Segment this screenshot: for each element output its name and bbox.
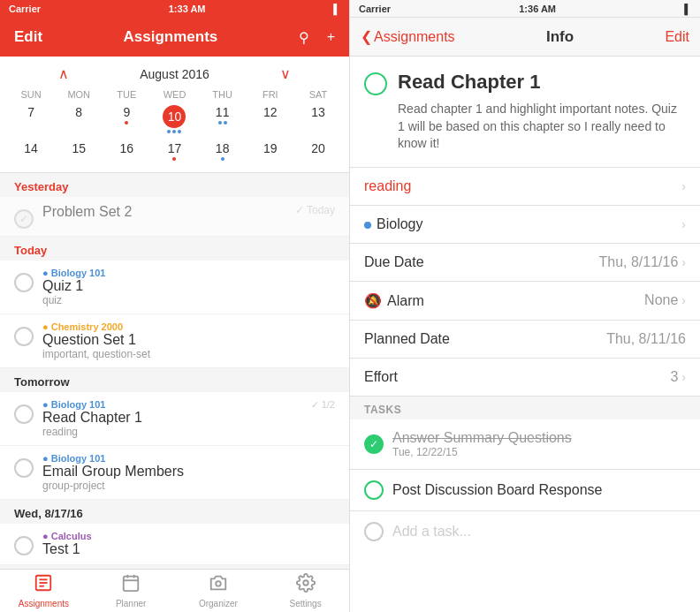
tab-planner[interactable]: Planner [88, 570, 175, 612]
assignment-problem-set-2[interactable]: ✓ Problem Set 2 ✓ Today [0, 197, 349, 237]
task-check-circle-1[interactable]: ✓ [364, 434, 384, 454]
info-title-text: Read Chapter 1 Read chapter 1 and highli… [398, 71, 686, 153]
assignment-title: Read Chapter 1 [398, 71, 686, 94]
tab-assignments-label: Assignments [19, 599, 69, 608]
cal-day-14[interactable]: 14 [7, 138, 55, 165]
assignment-content-read: ● Biology 101 Read Chapter 1 reading [42, 399, 302, 438]
add-task-row[interactable]: Add a task... [350, 511, 700, 552]
cal-day-8[interactable]: 8 [55, 102, 103, 138]
task-content-1: Answer Summary Questions Tue, 12/22/15 [392, 430, 572, 458]
info-edit-button[interactable]: Edit [665, 29, 689, 45]
cal-day-11[interactable]: 11 [199, 102, 247, 138]
assignment-name-email: Email Group Members [42, 464, 335, 480]
complete-button-question-set[interactable] [14, 327, 34, 346]
cal-day-10[interactable]: 10 [150, 102, 198, 138]
task-name-2: Post Discussion Board Response [392, 482, 602, 498]
carrier-label: Carrier [9, 4, 41, 14]
tab-settings-label: Settings [290, 599, 322, 608]
today-badge: ✓ Today [295, 204, 335, 216]
assignment-read-chapter[interactable]: ● Biology 101 Read Chapter 1 reading ✓ 1… [0, 392, 349, 446]
due-date-value: Thu, 8/11/16 › [598, 254, 686, 270]
task-post-discussion[interactable]: Post Discussion Board Response [350, 470, 700, 511]
assignment-test-1[interactable]: ● Calculus Test 1 [0, 524, 349, 565]
complete-button-problem-set-2[interactable]: ✓ [14, 209, 34, 229]
right-navbar: ❮ Assignments Info Edit [350, 18, 700, 57]
info-planned-date-row[interactable]: Planned Date Thu, 8/11/16 [350, 321, 700, 359]
back-button[interactable]: ❮ Assignments [361, 28, 455, 45]
next-month-button[interactable]: ∨ [280, 65, 291, 82]
assignment-content-quiz: ● Biology 101 Quiz 1 quiz [42, 268, 335, 306]
assignment-content-email: ● Biology 101 Email Group Members group-… [42, 453, 335, 492]
cal-day-7[interactable]: 7 [7, 102, 55, 138]
cal-day-13[interactable]: 13 [294, 102, 342, 138]
planned-date-value: Thu, 8/11/16 [606, 331, 686, 347]
task-check-icon-1: ✓ [369, 438, 378, 450]
complete-button-read-chapter[interactable] [14, 404, 34, 424]
prev-month-button[interactable]: ∧ [58, 65, 69, 82]
info-due-date-row[interactable]: Due Date Thu, 8/11/16 › [350, 244, 700, 282]
complete-button-email[interactable] [14, 458, 34, 478]
assignment-quiz-1[interactable]: ● Biology 101 Quiz 1 quiz [0, 261, 349, 314]
calendar: ∧ August 2016 ∨ SUN MON TUE WED THU FRI … [0, 57, 349, 173]
assignment-content: Problem Set 2 [42, 204, 286, 220]
assignment-content-test: ● Calculus Test 1 [42, 531, 335, 557]
calendar-month: August 2016 [140, 67, 209, 81]
calendar-header: ∧ August 2016 ∨ [0, 64, 349, 87]
cal-day-20[interactable]: 20 [294, 138, 342, 165]
assignment-description: Read chapter 1 and highlight important n… [398, 101, 686, 153]
info-subject-row[interactable]: Biology › [350, 206, 700, 244]
tab-settings[interactable]: Settings [262, 570, 349, 612]
cal-day-16[interactable]: 16 [103, 138, 150, 165]
nav-icons: ⚲ + [295, 26, 339, 49]
assignment-tag-biology: ● Biology 101 [42, 268, 335, 278]
right-status-bar: Carrier 1:36 AM ▌ [350, 0, 700, 18]
category-chevron-icon: › [681, 179, 686, 193]
add-button[interactable]: + [323, 26, 339, 49]
assignment-content-qs: ● Chemistry 2000 Question Set 1 importan… [42, 321, 335, 360]
task-content-2: Post Discussion Board Response [392, 482, 602, 498]
battery-label: ▌ [333, 4, 340, 14]
left-navbar: Edit Assignments ⚲ + [0, 18, 349, 57]
task-check-circle-2[interactable] [364, 480, 384, 500]
edit-button[interactable]: Edit [11, 25, 46, 49]
assignment-question-set-1[interactable]: ● Chemistry 2000 Question Set 1 importan… [0, 314, 349, 368]
alarm-label: 🔕Alarm [364, 292, 424, 309]
svg-point-8 [216, 581, 221, 586]
subject-dot-icon [364, 222, 371, 229]
assignment-email-group[interactable]: ● Biology 101 Email Group Members group-… [0, 446, 349, 500]
svg-point-9 [303, 580, 308, 586]
search-icon: ⚲ [299, 30, 309, 45]
right-panel: Carrier 1:36 AM ▌ ❮ Assignments Info Edi… [350, 0, 700, 612]
search-button[interactable]: ⚲ [295, 26, 313, 49]
assignment-circle[interactable] [364, 72, 387, 95]
complete-button-test1[interactable] [14, 536, 34, 555]
section-wed: Wed, 8/17/16 [0, 500, 349, 524]
assignments-list: Yesterday ✓ Problem Set 2 ✓ Today Today … [0, 173, 349, 569]
settings-tab-icon [296, 573, 316, 597]
info-category-row[interactable]: reading › [350, 168, 700, 206]
right-battery: ▌ [684, 4, 691, 14]
day-mon: MON [55, 87, 103, 102]
assignments-tab-icon [34, 573, 53, 597]
cal-day-9[interactable]: 9 [103, 102, 150, 138]
info-effort-row[interactable]: Effort 3 › [350, 359, 700, 397]
tab-assignments[interactable]: Assignments [0, 570, 88, 612]
cal-day-15[interactable]: 15 [55, 138, 103, 165]
tab-organizer[interactable]: Organizer [175, 570, 262, 612]
category-value: reading [364, 178, 411, 194]
info-alarm-row[interactable]: 🔕Alarm None › [350, 282, 700, 321]
planned-date-label: Planned Date [364, 331, 450, 347]
cal-day-19[interactable]: 19 [247, 138, 294, 165]
left-panel: Carrier 1:33 AM ▌ Edit Assignments ⚲ + ∧… [0, 0, 350, 612]
info-title-section: Read Chapter 1 Read chapter 1 and highli… [350, 57, 700, 168]
assignment-name-qs: Question Set 1 [42, 332, 335, 348]
task-sub-1: Tue, 12/22/15 [392, 446, 572, 458]
task-answer-summary[interactable]: ✓ Answer Summary Questions Tue, 12/22/15 [350, 419, 700, 470]
section-tomorrow: Tomorrow [0, 368, 349, 392]
day-fri: FRI [247, 87, 294, 102]
add-task-placeholder: Add a task... [392, 524, 471, 540]
cal-day-12[interactable]: 12 [247, 102, 294, 138]
complete-button-quiz-1[interactable] [14, 273, 34, 292]
cal-day-18[interactable]: 18 [199, 138, 247, 165]
cal-day-17[interactable]: 17 [150, 138, 198, 165]
